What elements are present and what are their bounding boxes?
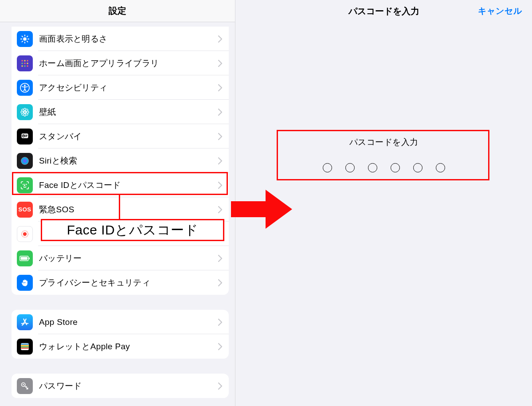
settings-group-store: App Store ウォレットとApple Pay — [12, 310, 229, 359]
svg-rect-17 — [27, 65, 28, 66]
svg-rect-10 — [24, 60, 26, 61]
chevron-right-icon — [218, 279, 223, 286]
svg-point-55 — [23, 384, 24, 385]
row-display[interactable]: 画面表示と明るさ — [12, 27, 229, 51]
passcode-header: パスコードを入力 キャンセル — [235, 0, 532, 22]
row-appstore[interactable]: App Store — [12, 310, 229, 334]
row-battery-label: バッテリー — [39, 253, 218, 264]
row-passwords[interactable]: パスワード — [12, 374, 229, 398]
appgrid-icon — [17, 55, 33, 71]
svg-line-5 — [22, 36, 23, 37]
passcode-title: パスコードを入力 — [348, 5, 419, 17]
svg-rect-12 — [22, 62, 23, 64]
annotation-callout: Face IDとパスコード — [41, 219, 224, 241]
svg-point-20 — [24, 111, 26, 113]
chevron-right-icon — [218, 35, 223, 43]
chevron-right-icon — [218, 319, 223, 326]
row-siri[interactable]: Siriと検索 — [12, 148, 229, 173]
annotation-connector — [119, 195, 120, 220]
accessibility-icon — [17, 80, 33, 96]
svg-rect-42 — [21, 257, 27, 260]
svg-rect-43 — [29, 257, 30, 259]
chevron-right-icon — [218, 133, 223, 140]
passcode-dot — [391, 163, 400, 172]
svg-rect-11 — [27, 60, 28, 61]
row-accessibility[interactable]: アクセシビリティ — [12, 75, 229, 100]
svg-point-40 — [23, 232, 27, 235]
row-wallet-label: ウォレットとApple Pay — [39, 341, 218, 352]
row-wallet[interactable]: ウォレットとApple Pay — [12, 334, 229, 359]
svg-line-48 — [22, 324, 23, 325]
row-battery[interactable]: バッテリー — [12, 246, 229, 270]
row-passwords-label: パスワード — [39, 380, 218, 392]
flower-icon — [17, 104, 33, 120]
svg-rect-14 — [27, 62, 28, 64]
sos-icon: SOS — [17, 202, 33, 218]
screentime-icon — [17, 226, 33, 242]
settings-group-passwords: パスワード — [12, 374, 229, 398]
svg-rect-15 — [22, 65, 23, 66]
row-sos[interactable]: SOS 緊急SOS — [12, 197, 229, 222]
row-standby[interactable]: スタンバイ — [12, 124, 229, 148]
svg-rect-53 — [21, 347, 29, 349]
svg-point-0 — [23, 37, 27, 41]
battery-icon — [17, 250, 33, 266]
siri-icon — [17, 153, 33, 169]
appstore-icon — [17, 314, 33, 330]
svg-rect-52 — [21, 346, 29, 347]
annotation-callout-text: Face IDとパスコード — [67, 221, 199, 239]
row-faceid-label: Face IDとパスコード — [39, 180, 218, 191]
row-home[interactable]: ホーム画面とアプリライブラリ — [12, 51, 229, 75]
settings-group-general: 画面表示と明るさ ホーム画面とアプリライブラリ — [12, 27, 229, 295]
row-accessibility-label: アクセシビリティ — [39, 82, 218, 94]
row-sos-label: 緊急SOS — [39, 204, 218, 215]
passcode-dot — [436, 163, 445, 172]
svg-line-8 — [27, 36, 28, 37]
row-appstore-label: App Store — [39, 317, 218, 327]
svg-line-6 — [27, 41, 28, 42]
passcode-entry: パスコードを入力 — [323, 137, 445, 172]
row-faceid[interactable]: Face IDとパスコード — [12, 173, 229, 197]
chevron-right-icon — [218, 383, 223, 390]
passcode-dot — [323, 163, 332, 172]
passcode-dot — [368, 163, 377, 172]
chevron-right-icon — [218, 182, 223, 189]
settings-title-text: 設定 — [109, 5, 126, 17]
svg-point-36 — [21, 157, 29, 165]
passcode-dots[interactable] — [323, 163, 445, 172]
faceid-icon — [17, 177, 33, 193]
chevron-right-icon — [218, 343, 223, 350]
passcode-dot — [345, 163, 355, 172]
chevron-right-icon — [218, 84, 223, 91]
chevron-right-icon — [218, 157, 223, 164]
standby-icon — [17, 129, 33, 144]
svg-rect-9 — [22, 60, 23, 61]
svg-rect-51 — [21, 345, 29, 346]
row-wallpaper-label: 壁紙 — [39, 106, 218, 118]
row-display-label: 画面表示と明るさ — [39, 33, 218, 45]
annotation-arrow-icon — [231, 188, 294, 230]
cancel-button[interactable]: キャンセル — [478, 0, 522, 22]
settings-pane: 設定 画面表示と明るさ ホーム画面 — [0, 0, 235, 406]
svg-line-7 — [22, 41, 23, 42]
row-home-label: ホーム画面とアプリライブラリ — [39, 58, 218, 69]
wallet-icon — [17, 339, 33, 355]
chevron-right-icon — [218, 109, 223, 116]
row-siri-label: Siriと検索 — [39, 155, 218, 167]
chevron-right-icon — [218, 255, 223, 262]
svg-rect-50 — [21, 344, 29, 345]
chevron-right-icon — [218, 206, 223, 213]
chevron-right-icon — [218, 60, 223, 67]
row-wallpaper[interactable]: 壁紙 — [12, 100, 229, 124]
settings-title: 設定 — [0, 0, 235, 22]
hand-icon — [17, 275, 33, 291]
svg-rect-13 — [24, 62, 26, 64]
settings-scroll[interactable]: 画面表示と明るさ ホーム画面とアプリライブラリ — [0, 22, 235, 406]
svg-point-19 — [24, 84, 26, 86]
brightness-icon — [17, 31, 33, 47]
row-standby-label: スタンバイ — [39, 131, 218, 142]
row-privacy[interactable]: プライバシーとセキュリティ — [12, 270, 229, 295]
svg-rect-16 — [24, 65, 26, 66]
key-icon — [17, 378, 33, 394]
passcode-prompt: パスコードを入力 — [323, 137, 445, 148]
